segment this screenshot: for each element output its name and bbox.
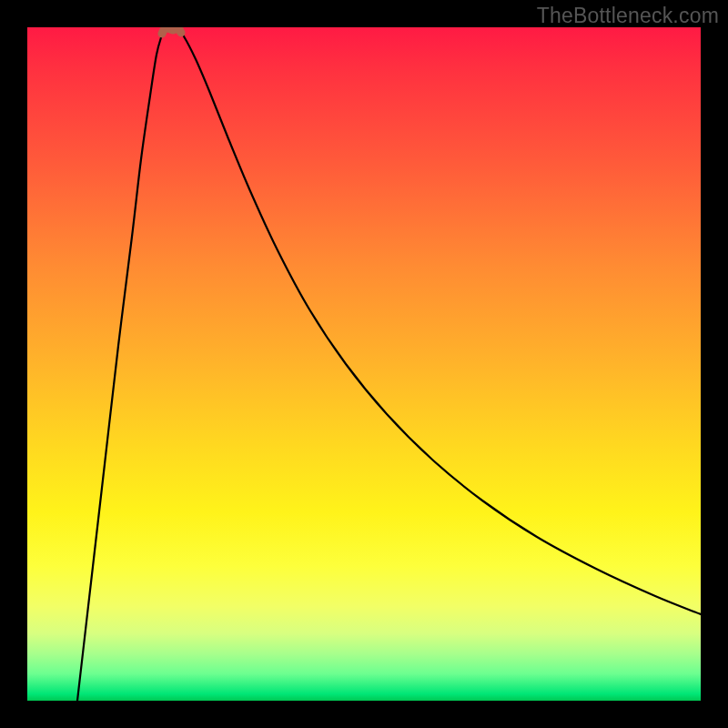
valley-marker-icon bbox=[162, 28, 181, 34]
chart-svg bbox=[27, 27, 701, 701]
chart-frame: TheBottleneck.com bbox=[0, 0, 728, 728]
curve-left-branch bbox=[77, 29, 164, 701]
curve-right-branch bbox=[177, 29, 701, 614]
watermark-text: TheBottleneck.com bbox=[537, 4, 719, 28]
plot-area bbox=[27, 27, 701, 701]
